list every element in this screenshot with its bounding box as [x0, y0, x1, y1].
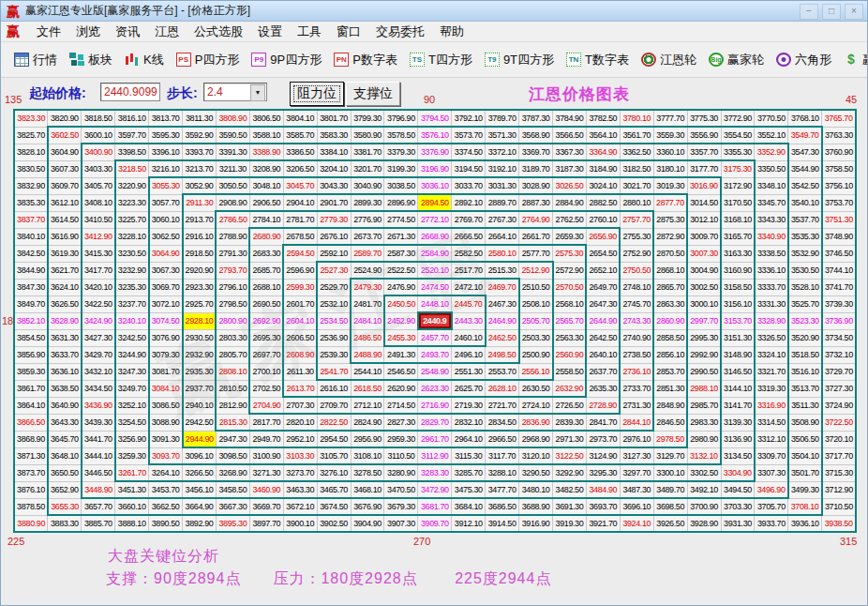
- gann-cell: 2776.90: [351, 211, 384, 228]
- gann-cell: 3902.50: [317, 515, 351, 532]
- gann-cell: 3525.70: [788, 295, 822, 312]
- gann-cell: 2762.50: [553, 211, 587, 228]
- gann-cell: 2524.90: [351, 262, 384, 279]
- gann-cell: 2560.90: [553, 346, 587, 363]
- close-button[interactable]: ×: [845, 4, 863, 20]
- gann-cell: 2467.30: [486, 295, 519, 312]
- menu-item-工具[interactable]: 工具: [290, 23, 329, 40]
- menu-item-交易委托[interactable]: 交易委托: [368, 23, 432, 40]
- gann-cell: 3165.70: [721, 228, 755, 245]
- gann-cell: 2570.50: [553, 279, 587, 295]
- gann-cell: 3453.70: [149, 481, 183, 498]
- gann-cell: 3151.30: [721, 329, 755, 346]
- start-price-input[interactable]: 2440.9099: [100, 83, 160, 101]
- gann-cell: 2541.70: [317, 363, 351, 380]
- gann-cell: 3314.50: [755, 414, 788, 431]
- toolbar-item-T四方形[interactable]: TST四方形: [410, 52, 472, 68]
- toolbar-item-label: 板块: [88, 52, 112, 68]
- angle-label-225: 225: [7, 536, 24, 547]
- gann-cell: 3780.10: [620, 110, 653, 127]
- gann-cell: 2848.90: [653, 397, 687, 414]
- gann-cell: 3487.30: [620, 481, 653, 498]
- gann-cell: 3837.70: [14, 211, 48, 228]
- toolbar-item-9P四方形[interactable]: P99P四方形: [251, 52, 322, 68]
- gann-cell: 2685.70: [249, 262, 283, 279]
- gann-cell: 2971.30: [553, 431, 587, 447]
- gann-cell: 3156.10: [721, 295, 755, 312]
- gann-cell: 3276.10: [317, 464, 351, 481]
- gann-cell: 2680.90: [249, 228, 283, 245]
- gann-cell: 3180.10: [653, 160, 687, 177]
- gann-cell: 3554.50: [721, 127, 755, 144]
- toolbar-item-T数字表[interactable]: TNT数字表: [566, 52, 629, 68]
- toolbar-item-P数字表[interactable]: PNP数字表: [334, 52, 397, 68]
- toolbar-item-江恩轮[interactable]: 江恩轮: [641, 52, 696, 68]
- gann-cell: 2767.30: [486, 211, 519, 228]
- maximize-button[interactable]: □: [822, 4, 841, 20]
- gann-cell: 3129.70: [653, 447, 687, 464]
- gann-cell: 3172.90: [721, 177, 755, 194]
- gann-cell: 3808.90: [216, 110, 249, 127]
- gann-cell: 3592.90: [183, 127, 217, 144]
- menu-item-文件[interactable]: 文件: [29, 23, 68, 40]
- menu-item-窗口[interactable]: 窗口: [329, 23, 368, 40]
- toolbar-item-K线[interactable]: K线: [125, 52, 164, 68]
- menu-item-帮助[interactable]: 帮助: [432, 23, 471, 40]
- gann-cell: 2968.90: [519, 431, 553, 447]
- gann-cell: 2781.70: [283, 211, 317, 228]
- gann-cell: 2697.70: [249, 346, 283, 363]
- gann-cell: 3055.30: [149, 177, 183, 194]
- gann-cell: 3624.10: [48, 279, 82, 295]
- menu-item-江恩[interactable]: 江恩: [147, 23, 187, 40]
- toolbar-item-六角形[interactable]: 六角形: [776, 52, 831, 68]
- toolbar-item-赢家轮[interactable]: Big赢家轮: [709, 52, 764, 68]
- gann-cell: 2911.30: [183, 194, 217, 211]
- gann-cell: 2827.30: [384, 414, 418, 431]
- gann-cell: 3136.90: [721, 431, 755, 447]
- menu-item-资讯[interactable]: 资讯: [108, 23, 147, 40]
- support-button[interactable]: 支撑位: [346, 82, 400, 106]
- gann-cell: 3535.30: [788, 228, 822, 245]
- key-level-cell: 2944.90: [183, 431, 217, 447]
- gann-cell: 3168.10: [721, 211, 755, 228]
- gann-cell: 2959.30: [384, 431, 418, 447]
- gann-cell: 3547.30: [788, 144, 822, 160]
- gann-cell: 3208.90: [249, 160, 283, 177]
- gann-cell: 3679.30: [384, 498, 418, 515]
- gann-cell: 3307.30: [755, 464, 788, 481]
- gann-cell: 3566.50: [553, 127, 587, 144]
- gann-cell: 3873.70: [14, 464, 48, 481]
- toolbar-item-赢家服务[interactable]: $赢家服务: [844, 52, 868, 68]
- menu-item-浏览[interactable]: 浏览: [68, 23, 108, 40]
- resistance-button[interactable]: 阻力位: [290, 82, 344, 106]
- gann-cell: 2599.30: [283, 279, 317, 295]
- start-price-label: 起始价格:: [29, 85, 86, 102]
- gann-cell: 3676.90: [351, 498, 384, 515]
- gann-cell: 2498.50: [486, 346, 519, 363]
- minimize-button[interactable]: −: [800, 4, 818, 20]
- gann-cell: 3746.50: [822, 245, 856, 262]
- step-combobox[interactable]: 2.4 ▼: [203, 83, 267, 101]
- gann-cell: 2611.30: [283, 363, 317, 380]
- toolbar-item-P四方形[interactable]: PSP四方形: [176, 52, 240, 68]
- gann-cell: 2589.70: [351, 245, 384, 262]
- gann-cell: 3840.10: [14, 228, 48, 245]
- gann-cell: 3734.50: [822, 329, 856, 346]
- gann-cell: 3312.10: [755, 431, 788, 447]
- menu-item-设置[interactable]: 设置: [250, 23, 290, 40]
- gann-cell: 2606.50: [283, 329, 317, 346]
- toolbar-item-行情[interactable]: 行情: [14, 52, 57, 68]
- toolbar-item-9T四方形[interactable]: T99T四方形: [485, 52, 554, 68]
- gann-cell: 2728.90: [586, 397, 620, 414]
- gann-cell: 3120.10: [519, 447, 553, 464]
- gann-cell: 2618.50: [351, 380, 384, 397]
- angle-label-135: 135: [5, 94, 22, 105]
- gann-cell: 2995.30: [687, 329, 721, 346]
- toolbar-item-板块[interactable]: 板块: [69, 52, 112, 68]
- menu-item-公式选股[interactable]: 公式选股: [187, 23, 250, 40]
- combo-dropdown-icon[interactable]: ▼: [250, 84, 265, 101]
- gann-cell: 3849.70: [14, 295, 48, 312]
- gann-cell: 3230.50: [115, 245, 149, 262]
- gann-cell: 3904.90: [351, 515, 384, 532]
- key-level-cell: 2928.10: [183, 312, 217, 329]
